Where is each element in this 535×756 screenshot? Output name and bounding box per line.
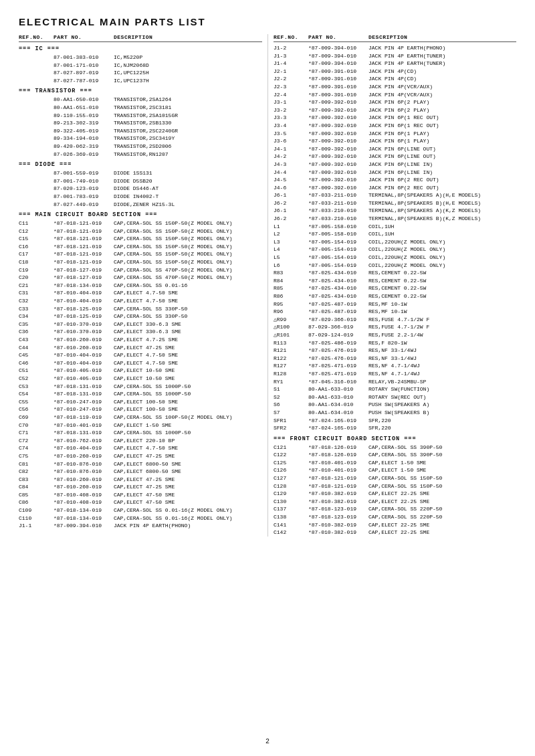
ref-no: C33	[19, 305, 54, 313]
description: RES,CEMENT 0.22-5W	[368, 292, 516, 300]
part-no: *87-010-382-019	[308, 498, 368, 506]
description: TRANSISTOR,2SD2006	[114, 143, 262, 151]
part-no: *87-033-210-010	[308, 215, 368, 223]
ref-no: J6-2	[274, 199, 308, 207]
table-row: 87-026-369-019TRANSISTOR,RN1207	[19, 151, 262, 159]
table-row: J6-2*87-033-211-010TERMINAL,8P(SPEAKERS …	[274, 199, 516, 207]
ref-no: R83	[274, 269, 308, 277]
part-no: *87-025-486-019	[308, 339, 368, 347]
table-row: C70*87-010-401-019CAP,ELECT 1-50 SME	[19, 421, 262, 430]
description: CAP,CERA-SOL SS 150P-50(Z MODEL ONLY)	[114, 243, 262, 251]
ref-no: R128	[274, 370, 308, 378]
right-header-part: PART NO.	[308, 34, 368, 40]
description: SFR,220	[368, 417, 516, 425]
table-row: C19*87-018-127-019CAP,CERA-SOL SS 470P-5…	[19, 266, 262, 274]
part-no: *87-025-471-019	[308, 370, 368, 378]
part-no: *87-010-408-019	[54, 498, 114, 506]
part-no: *87-010-876-010	[54, 468, 114, 476]
description: PUSH SW(SPEAKERS A)	[368, 401, 516, 409]
part-no: *87-010-876-010	[54, 460, 114, 468]
part-no: *87-018-121-019	[54, 250, 114, 258]
table-row: R113*87-025-486-019RES,F 820-1W	[274, 339, 516, 347]
part-no: 87-001-783-019	[54, 193, 114, 201]
table-row: C130*87-010-382-019CAP,ELECT 22-25 SME	[274, 498, 516, 506]
part-no: *87-010-408-019	[54, 491, 114, 499]
part-no: *87-010-401-019	[308, 459, 368, 467]
table-row: △R10087-029-366-019RES,FUSE 4.7-1/2W F	[274, 323, 516, 331]
description: CAP,ELECT 100-50 SME	[114, 405, 262, 413]
part-no: *87-018-126-019	[308, 444, 368, 452]
description: CAP,ELECT 4.7-50 SME	[114, 359, 262, 367]
description: CAP,CERA-SOL SS 150P-50(Z MODEL ONLY)	[114, 250, 262, 258]
table-row: 80-AA1-650-010TRANSISTOR,2SA1264	[19, 96, 262, 104]
ref-no: J3-3	[274, 114, 308, 122]
ref-no: C138	[274, 513, 308, 521]
table-row: R127*87-025-471-019RES,NF 4.7-1/4WJ	[274, 362, 516, 370]
part-no: *87-033-211-010	[308, 199, 368, 207]
ref-no: C74	[19, 444, 54, 452]
part-no: *87-009-392-010	[308, 122, 368, 130]
ref-no: R113	[274, 339, 308, 347]
table-row: R128*87-025-471-019RES,NF 4.7-1/4WJ	[274, 370, 516, 378]
ref-no: C45	[19, 351, 54, 359]
part-no: *87-025-434-010	[308, 284, 368, 292]
ref-no: C126	[274, 466, 308, 474]
description: RES,F 820-1W	[368, 339, 516, 347]
part-no: 89-420-062-319	[54, 143, 114, 151]
ref-no: C122	[274, 451, 308, 459]
description: CAP,CERA-SOL SS 0.01-16	[114, 282, 262, 290]
part-no: *87-018-134-019	[54, 514, 114, 523]
part-no: *87-009-394-010	[308, 52, 368, 60]
description: CAP,ELECT 4.7-25 SME	[114, 336, 262, 344]
description: JACK PIN 6P(2 REC OUT)	[368, 176, 516, 184]
table-row: J1-1*87-009-394-010JACK PIN 4P EARTH(PHO…	[19, 522, 262, 530]
description: PUSH SW(SPEAKERS B)	[368, 409, 516, 417]
description: JACK PIN 4P(VCR/AUX)	[368, 91, 516, 99]
ref-no: J4-1	[274, 145, 308, 153]
part-no: 87-027-449-019	[54, 201, 114, 209]
ref-no: C20	[19, 274, 54, 282]
right-col-header: REF.NO. PART NO. DESCRIPTION	[274, 34, 516, 42]
ref-no	[19, 112, 54, 120]
table-row: L1*87-005-158-010COIL,1UH	[274, 223, 516, 231]
description: TRANSISTOR,2SA1264	[114, 96, 262, 104]
ref-no: J2-4	[274, 91, 308, 99]
table-row: C31*87-010-404-019CAP,ELECT 4.7-50 SME	[19, 289, 262, 297]
part-no: 87-029-366-019	[308, 323, 368, 331]
ref-no: C82	[19, 468, 54, 476]
part-no: *87-009-392-010	[308, 176, 368, 184]
table-row: C43*87-010-260-019CAP,ELECT 4.7-25 SME	[19, 336, 262, 344]
table-row: RY1*87-045-316-010RELAY,VB-24SMBU-SP	[274, 378, 516, 386]
ref-no: C127	[274, 474, 308, 482]
description: CAP,ELECT 22-25 SME	[368, 521, 516, 529]
table-row: 87-020-123-019DIODE DS446-AT	[19, 185, 262, 193]
part-no: *87-025-434-010	[308, 277, 368, 285]
table-row: J6-1*87-033-211-010TERMINAL,8P(SPEAKERS …	[274, 191, 516, 199]
part-no: 89-334-194-010	[54, 134, 114, 143]
ref-no: △R99	[274, 316, 308, 324]
ref-no: J2-3	[274, 83, 308, 91]
part-no: *87-009-391-010	[308, 83, 368, 91]
part-no: *87-018-126-019	[308, 451, 368, 459]
table-row: L6*87-005-154-019COIL,220UH(Z MODEL ONLY…	[274, 262, 516, 270]
description: RES,NF 33-1/4WJ	[368, 355, 516, 363]
description: TERMINAL,8P(SPEAKERS A)(H,E MODELS)	[368, 191, 516, 199]
ref-no: R127	[274, 362, 308, 370]
ref-no: L1	[274, 223, 308, 231]
table-row: C127*87-018-121-019CAP,CERA-SOL SS 150P-…	[274, 474, 516, 482]
part-no: *87-005-154-019	[308, 238, 368, 246]
ref-no: C129	[274, 490, 308, 498]
part-no: *87-010-405-019	[54, 367, 114, 375]
ref-no: R86	[274, 292, 308, 300]
description: JACK PIN 6P(1 REC OUT)	[368, 122, 516, 130]
part-no: *87-010-404-019	[54, 289, 114, 297]
part-no: *87-010-382-019	[308, 529, 368, 537]
description: TRANSISTOR,2SC3181	[114, 104, 262, 112]
ref-no: C35	[19, 320, 54, 328]
part-no: *87-005-158-010	[308, 230, 368, 238]
ref-no: J4-5	[274, 176, 308, 184]
part-no: *87-009-392-010	[308, 114, 368, 122]
ref-no: J1-4	[274, 60, 308, 68]
table-row: J4-4*87-009-392-010JACK PIN 6P(LINE IN)	[274, 169, 516, 177]
table-row: C17*87-018-121-019CAP,CERA-SOL SS 150P-5…	[19, 250, 262, 258]
